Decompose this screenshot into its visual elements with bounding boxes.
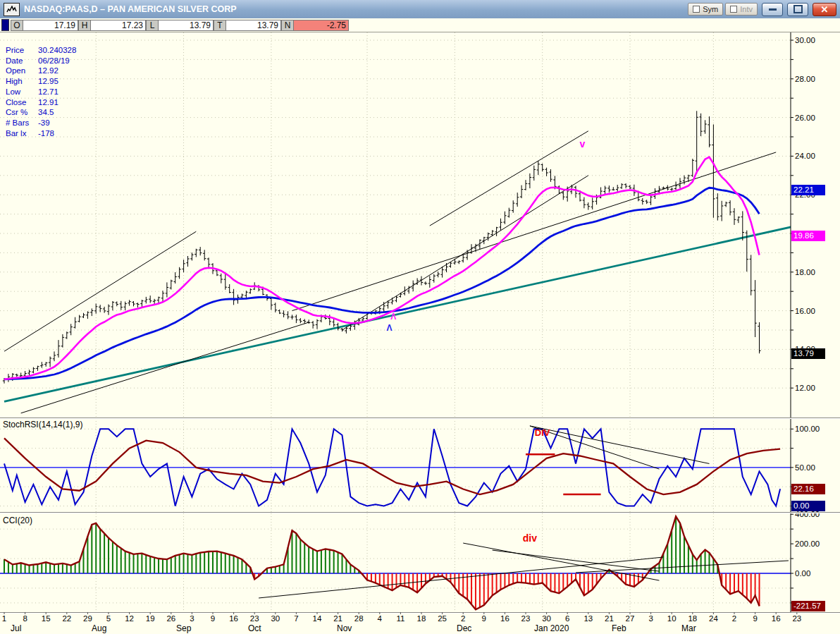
svg-text:28.00: 28.00	[795, 75, 815, 83]
svg-text:12: 12	[125, 614, 134, 623]
quote-trade-label: T	[214, 20, 226, 31]
chart-glyph-icon	[6, 6, 17, 13]
svg-text:v: v	[580, 138, 586, 150]
svg-text:400.00: 400.00	[795, 510, 820, 518]
maximize-icon	[793, 5, 803, 13]
minimize-button[interactable]	[762, 3, 783, 16]
svg-text:2: 2	[461, 614, 465, 623]
quote-bar-marker	[1, 19, 9, 31]
sym-button[interactable]: Sym	[688, 3, 723, 16]
svg-text:20.00: 20.00	[795, 229, 815, 238]
quote-low-value: 13.79	[159, 20, 214, 31]
svg-text:div: div	[523, 532, 537, 544]
svg-text:28: 28	[354, 614, 364, 623]
svg-text:15: 15	[42, 614, 51, 623]
quote-high-label: H	[78, 20, 91, 31]
svg-text:16: 16	[500, 614, 509, 623]
svg-text:23: 23	[792, 614, 801, 623]
chart-area: vΛΛDIVdiv12.0014.0016.0018.0020.0022.002…	[0, 32, 840, 634]
close-button[interactable]: ✕	[813, 3, 836, 16]
svg-text:18.00: 18.00	[795, 268, 815, 276]
quote-bar: O17.19 H17.23 L13.79 T13.79 N-2.75	[0, 18, 840, 32]
svg-text:26: 26	[166, 614, 175, 623]
app-icon	[4, 3, 20, 16]
svg-text:14.00: 14.00	[795, 345, 815, 353]
svg-text:Mar: Mar	[681, 623, 696, 633]
quote-open-label: O	[11, 20, 23, 31]
quote-low-label: L	[146, 20, 159, 31]
svg-text:Sep: Sep	[176, 623, 192, 633]
svg-text:Nov: Nov	[337, 623, 352, 633]
svg-text:21: 21	[333, 614, 342, 623]
svg-text:4: 4	[378, 614, 383, 623]
svg-text:14: 14	[313, 614, 322, 623]
maximize-button[interactable]	[787, 3, 808, 16]
quote-cell-high: H17.23	[78, 20, 146, 31]
svg-text:23: 23	[250, 614, 259, 623]
svg-text:11: 11	[396, 614, 404, 623]
sym-button-label: Sym	[703, 5, 718, 13]
svg-text:29: 29	[83, 614, 92, 623]
svg-text:13: 13	[583, 614, 593, 623]
svg-text:27: 27	[626, 614, 635, 623]
quote-cell-net: N-2.75	[281, 20, 349, 31]
svg-text:21: 21	[605, 614, 614, 623]
svg-text:Jul: Jul	[11, 623, 21, 633]
svg-text:Feb: Feb	[612, 623, 626, 633]
svg-text:19: 19	[146, 614, 155, 623]
quote-net-value: -2.75	[294, 20, 349, 31]
quote-trade-value: 13.79	[226, 20, 281, 31]
svg-text:Dec: Dec	[457, 623, 471, 633]
quote-net-label: N	[281, 20, 294, 31]
quote-cell-trade: T13.79	[214, 20, 281, 31]
minimize-icon	[769, 8, 777, 11]
svg-text:18: 18	[688, 614, 697, 623]
svg-text:8: 8	[23, 614, 27, 623]
quote-high-value: 17.23	[91, 20, 146, 31]
svg-text:5: 5	[106, 614, 111, 623]
svg-text:30: 30	[542, 614, 551, 623]
intv-icon	[730, 6, 737, 13]
svg-text:Oct: Oct	[248, 623, 261, 633]
svg-text:23: 23	[521, 614, 531, 623]
svg-text:3: 3	[190, 614, 194, 623]
svg-text:24.00: 24.00	[795, 152, 815, 160]
svg-text:2: 2	[732, 614, 736, 623]
svg-text:0.00: 0.00	[795, 569, 810, 578]
svg-text:3: 3	[648, 614, 653, 623]
close-icon: ✕	[821, 5, 829, 14]
quote-open-value: 17.19	[23, 20, 78, 31]
chart-canvas[interactable]: vΛΛDIVdiv12.0014.0016.0018.0020.0022.002…	[0, 32, 840, 634]
titlebar[interactable]: NASDAQ:PAAS,D – PAN AMERICAN SILVER CORP…	[0, 0, 840, 18]
svg-text:12.00: 12.00	[795, 384, 815, 392]
svg-text:30.00: 30.00	[795, 36, 815, 44]
svg-text:Jan 2020: Jan 2020	[534, 623, 569, 633]
sym-icon	[693, 6, 700, 13]
svg-text:Λ: Λ	[386, 323, 392, 333]
svg-text:16: 16	[772, 614, 781, 623]
svg-text:50.00: 50.00	[795, 463, 815, 472]
svg-text:DIV: DIV	[535, 427, 550, 438]
svg-text:1: 1	[2, 614, 6, 623]
svg-text:Aug: Aug	[92, 623, 106, 633]
svg-text:24: 24	[709, 614, 718, 623]
svg-text:26.00: 26.00	[795, 114, 815, 122]
svg-text:16: 16	[229, 614, 238, 623]
svg-text:16.00: 16.00	[795, 307, 815, 315]
svg-text:7: 7	[294, 614, 298, 623]
intv-button[interactable]: Intv	[725, 3, 758, 16]
svg-text:9: 9	[753, 614, 757, 623]
quote-cell-open: O17.19	[11, 20, 78, 31]
svg-text:200.00: 200.00	[795, 539, 820, 548]
svg-text:30: 30	[271, 614, 280, 623]
quote-cell-low: L13.79	[146, 20, 214, 31]
svg-text:9: 9	[482, 614, 486, 623]
svg-text:6: 6	[565, 614, 569, 623]
svg-text:Λ: Λ	[390, 312, 396, 322]
svg-text:10: 10	[667, 614, 677, 623]
svg-text:18: 18	[417, 614, 426, 623]
svg-text:25: 25	[438, 614, 447, 623]
titlebar-buttons: Sym Intv ✕	[688, 3, 836, 16]
chart-window: NASDAQ:PAAS,D – PAN AMERICAN SILVER CORP…	[0, 0, 840, 634]
svg-text:22: 22	[62, 614, 71, 623]
